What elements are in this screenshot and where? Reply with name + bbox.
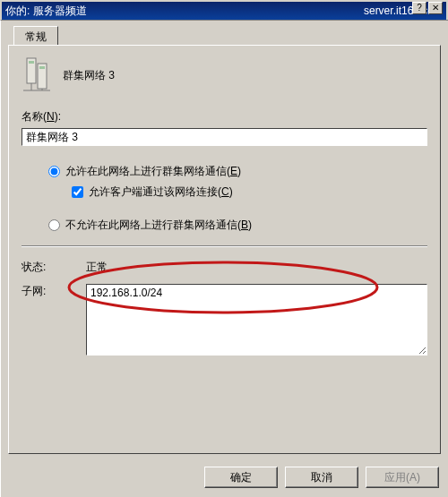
header-title: 群集网络 3 xyxy=(63,68,115,83)
tab-page-general: 群集网络 3 名称(N): 允许在此网络上进行群集网络通信(E) 允许客户端通过… xyxy=(8,45,441,454)
apply-button[interactable]: 应用(A) xyxy=(366,467,439,488)
button-row: 确定 取消 应用(A) xyxy=(204,467,439,488)
divider xyxy=(22,245,427,247)
tab-label: 常规 xyxy=(25,30,47,43)
radio-allow-cluster[interactable]: 允许在此网络上进行群集网络通信(E) xyxy=(48,164,427,179)
close-icon[interactable] xyxy=(428,2,443,14)
watermark-text: 你的: 服务器频道 xyxy=(5,2,87,20)
radio-disallow-input[interactable] xyxy=(48,219,60,231)
radio-disallow-label: 不允许在此网络上进行群集网络通信(B) xyxy=(65,218,252,233)
help-icon[interactable] xyxy=(412,2,426,14)
checkbox-allow-client-label: 允许客户端通过该网络连接(C) xyxy=(89,184,233,200)
subnet-label: 子网: xyxy=(22,284,77,299)
svg-rect-3 xyxy=(39,66,45,69)
tab-general[interactable]: 常规 xyxy=(13,26,58,45)
checkbox-allow-client[interactable]: 允许客户端通过该网络连接(C) xyxy=(72,184,427,200)
subnet-input[interactable]: 192.168.1.0/24 xyxy=(86,284,427,356)
status-value: 正常 xyxy=(86,260,427,275)
radio-allow-cluster-label: 允许在此网络上进行群集网络通信(E) xyxy=(65,164,241,179)
titlebar-controls xyxy=(412,2,443,14)
ok-button[interactable]: 确定 xyxy=(204,467,278,488)
radio-allow-cluster-input[interactable] xyxy=(48,166,60,177)
status-label: 状态: xyxy=(22,260,77,275)
cancel-button[interactable]: 取消 xyxy=(285,467,358,488)
name-input[interactable] xyxy=(22,128,427,146)
radio-disallow[interactable]: 不允许在此网络上进行群集网络通信(B) xyxy=(48,218,427,233)
cluster-network-icon xyxy=(22,56,52,95)
dialog: 常规 群集网络 3 名称(N): xyxy=(0,20,448,497)
options-group: 允许在此网络上进行群集网络通信(E) 允许客户端通过该网络连接(C) 不允许在此… xyxy=(22,164,427,233)
name-label: 名称(N): xyxy=(22,109,427,124)
svg-rect-2 xyxy=(29,61,34,64)
title-bar: 你的: 服务器频道 server.it168.com xyxy=(2,2,446,20)
header-row: 群集网络 3 xyxy=(22,56,427,95)
status-grid: 状态: 正常 子网: 192.168.1.0/24 xyxy=(22,260,427,356)
tab-strip: 常规 xyxy=(12,26,443,46)
checkbox-allow-client-input[interactable] xyxy=(72,186,83,198)
